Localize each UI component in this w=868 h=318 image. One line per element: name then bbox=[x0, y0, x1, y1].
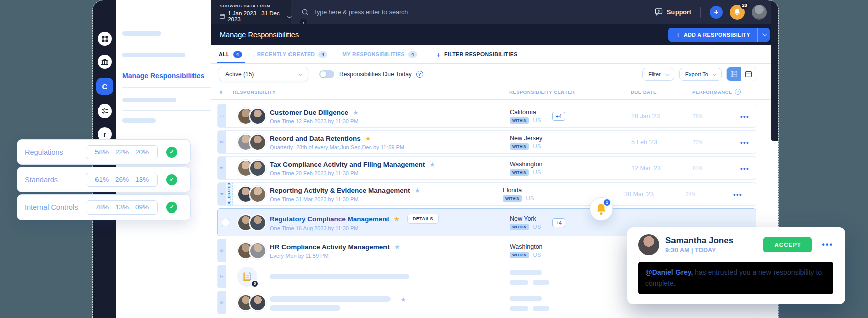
collapse-nav-button[interactable]: ‹ bbox=[300, 19, 307, 26]
avatar bbox=[249, 294, 266, 311]
notifications-button[interactable]: 28 bbox=[730, 5, 745, 20]
sender-name: Samantha Jones bbox=[665, 236, 733, 246]
responsibility-title[interactable]: Regulatory Compliance Management bbox=[270, 215, 389, 223]
skeleton-bar bbox=[270, 305, 340, 311]
accept-button[interactable]: ACCEPT bbox=[763, 237, 812, 252]
country-label: US bbox=[533, 224, 541, 230]
tab-recently-created[interactable]: RECENTLY CREATED 4 bbox=[257, 45, 328, 63]
assignee-avatars bbox=[226, 131, 266, 153]
tab-all[interactable]: ALL 4 bbox=[219, 45, 242, 63]
star-icon[interactable] bbox=[365, 134, 371, 143]
percent-value: 20% bbox=[135, 148, 149, 156]
skeleton-bar bbox=[270, 296, 391, 302]
apps-grid-icon[interactable] bbox=[98, 32, 112, 46]
responsibility-title[interactable]: Record and Data Retentions bbox=[270, 135, 361, 142]
notification-menu[interactable] bbox=[822, 240, 833, 249]
row-actions-menu[interactable] bbox=[733, 104, 756, 127]
skeleton-bar bbox=[270, 274, 409, 279]
details-button[interactable]: DETAILS bbox=[407, 214, 439, 224]
performance-value: 24% bbox=[686, 183, 726, 205]
add-responsibility-button[interactable]: + ADD A RESPONSIBILITY bbox=[668, 28, 770, 42]
status-select[interactable]: Active (15) bbox=[219, 67, 308, 81]
export-dropdown[interactable]: Export To bbox=[679, 68, 722, 81]
notification-card: Samantha Jones 9:30 AM | TODAY ACCEPT @D… bbox=[627, 227, 845, 304]
date-range-picker[interactable]: SHOWING DATA FROM 1 Jan 2023 - 31 Dec 20… bbox=[211, 0, 291, 24]
col-header-performance: PERFORMANCE bbox=[692, 89, 732, 95]
summary-card-regulations: Regulations 58% 22% 20% ✓ bbox=[17, 139, 191, 165]
row-actions-menu[interactable] bbox=[726, 183, 750, 205]
assignee-avatars bbox=[226, 157, 266, 179]
country-label: US bbox=[526, 195, 534, 201]
filter-dropdown[interactable]: Filter bbox=[642, 68, 674, 81]
notification-message: @Daniel Grey, has entrusted you a new re… bbox=[638, 262, 833, 294]
add-responsibility-dropdown[interactable] bbox=[758, 28, 770, 42]
floating-notification-bell[interactable]: 1 bbox=[590, 197, 613, 221]
within-badge: WITHIN bbox=[510, 252, 529, 258]
tab-label: MY RESPONSIBILITIES bbox=[342, 51, 405, 57]
table-row[interactable]: 3 Tax Compliance Activity and Filing Man… bbox=[217, 156, 756, 180]
star-icon[interactable] bbox=[429, 160, 435, 169]
tab-count-badge: 4 bbox=[318, 51, 327, 58]
toggle-knob bbox=[320, 71, 326, 77]
calendar-view-button[interactable] bbox=[741, 67, 756, 81]
check-icon: ✓ bbox=[166, 147, 177, 158]
filter-responsibilities-button[interactable]: + FILTER RESPONSIBILITIES bbox=[436, 50, 518, 59]
chevron-down-icon bbox=[712, 72, 716, 76]
performance-value: 81% bbox=[693, 157, 733, 179]
avatar bbox=[249, 160, 266, 177]
due-today-toggle[interactable] bbox=[319, 70, 334, 78]
star-icon[interactable] bbox=[353, 108, 359, 117]
responsibility-title[interactable]: HR Compliance Activity Management bbox=[270, 243, 390, 251]
performance-help-icon[interactable]: ? bbox=[735, 89, 741, 95]
plus-glyph: + bbox=[436, 50, 441, 59]
tab-label: RECENTLY CREATED bbox=[257, 51, 315, 57]
responsibility-schedule: One Time 31 Mar 2023 by 11:30 PM bbox=[270, 196, 503, 202]
row-actions-menu[interactable] bbox=[733, 131, 756, 153]
tab-my-responsibilities[interactable]: MY RESPONSIBILITIES 4 bbox=[342, 45, 417, 63]
calendar-icon bbox=[220, 13, 225, 19]
percent-value: 13% bbox=[115, 203, 129, 211]
tasks-icon[interactable] bbox=[98, 104, 112, 118]
help-icon[interactable]: ? bbox=[416, 71, 423, 78]
table-row[interactable]: 2 Record and Data Retentions Quarterly- … bbox=[217, 130, 756, 154]
avatar bbox=[249, 108, 266, 125]
percent-value: 13% bbox=[135, 176, 149, 183]
search-input[interactable] bbox=[313, 9, 474, 16]
list-view-button[interactable] bbox=[727, 67, 741, 81]
summary-values: 78% 13% 09% bbox=[86, 200, 158, 215]
responsibility-title[interactable]: Reporting Activity & Evidence Management bbox=[270, 187, 410, 194]
top-bar: SHOWING DATA FROM 1 Jan 2023 - 31 Dec 20… bbox=[211, 0, 778, 24]
due-date: 28 Jan '23 bbox=[631, 104, 693, 127]
due-date: 12 Mar '23 bbox=[631, 157, 693, 179]
page-title: Manage Responsibilities bbox=[220, 31, 299, 39]
skeleton-bar bbox=[533, 280, 549, 285]
col-header-due-date: DUE DATE bbox=[631, 89, 692, 95]
mention-link[interactable]: @Daniel Grey, bbox=[645, 268, 693, 276]
quick-add-button[interactable]: + bbox=[710, 6, 723, 19]
col-header-num: # bbox=[217, 89, 225, 95]
nav-skeleton-item bbox=[122, 118, 156, 123]
nav-item-manage-responsibilities[interactable]: Manage Responsibilities bbox=[122, 72, 204, 80]
support-button[interactable]: ? Support bbox=[654, 8, 691, 16]
star-icon[interactable] bbox=[415, 186, 421, 195]
within-badge: WITHIN bbox=[510, 117, 529, 124]
extra-count-chip[interactable]: +4 bbox=[552, 218, 565, 227]
institution-icon[interactable] bbox=[98, 55, 112, 69]
row-number: 2 bbox=[218, 131, 226, 153]
responsibility-title[interactable]: Tax Compliance Activity and Filing Manag… bbox=[270, 161, 425, 168]
row-actions-menu[interactable] bbox=[733, 157, 756, 179]
active-module-icon[interactable]: C bbox=[96, 78, 113, 95]
row-checkbox[interactable] bbox=[222, 219, 229, 226]
responsibility-center: Washington bbox=[510, 243, 543, 250]
table-row[interactable]: 1 Customer Due Diligence One Time 12 Feb… bbox=[217, 104, 756, 128]
skeleton-bar bbox=[510, 306, 528, 311]
notification-time: 9:30 AM | TODAY bbox=[665, 247, 733, 254]
check-icon: ✓ bbox=[166, 202, 177, 213]
user-avatar[interactable] bbox=[752, 5, 767, 20]
responsibility-title[interactable]: Customer Due Diligence bbox=[270, 109, 348, 116]
table-row[interactable]: 4 DELEGATED Reporting Activity & Evidenc… bbox=[217, 182, 756, 206]
star-icon[interactable] bbox=[394, 214, 400, 223]
star-icon[interactable] bbox=[394, 242, 400, 251]
extra-count-chip[interactable]: +4 bbox=[552, 112, 565, 121]
assignee-avatars bbox=[226, 104, 266, 127]
